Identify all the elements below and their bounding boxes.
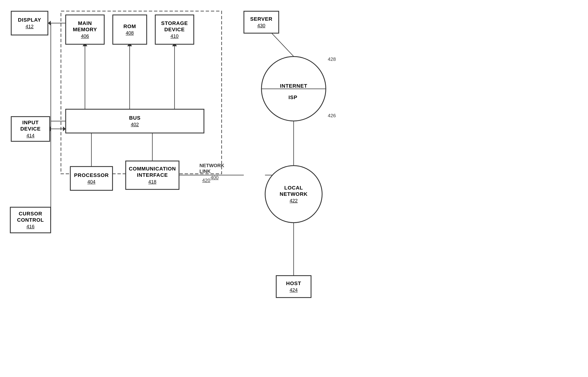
svg-line-39	[50, 121, 66, 129]
processor-box: PROCESSOR 404	[70, 166, 113, 190]
local-network-label: LOCALNETWORK	[280, 185, 308, 197]
server-number: 430	[257, 23, 265, 28]
system-box-label: 400	[211, 175, 219, 180]
input-device-number: 414	[26, 133, 34, 139]
network-link-number: 420	[202, 177, 210, 183]
comm-interface-label: COMMUNICATIONINTERFACE	[129, 166, 176, 178]
main-memory-box: MAINMEMORY 406	[66, 15, 104, 44]
cursor-control-label: CURSORCONTROL	[17, 211, 44, 223]
bus-number: 402	[131, 122, 139, 127]
comm-interface-number: 418	[148, 179, 156, 185]
svg-marker-16	[48, 21, 51, 25]
diagram: DISPLAY 412 INPUT DEVICE 414 CURSORCONTR…	[0, 0, 588, 377]
network-link-label: NETWORKLINK	[200, 163, 224, 174]
local-network-circle: LOCALNETWORK 422	[265, 165, 322, 223]
cursor-control-box: CURSORCONTROL 416	[10, 207, 51, 233]
ref-428: 428	[328, 56, 336, 62]
rom-box: ROM 408	[113, 15, 147, 44]
storage-device-box: STORAGEDEVICE 410	[155, 15, 194, 44]
main-memory-number: 406	[81, 33, 89, 39]
isp-label: ISP	[288, 94, 297, 101]
processor-number: 404	[87, 179, 95, 185]
host-box: HOST 424	[276, 275, 311, 298]
storage-device-number: 410	[170, 33, 178, 39]
bus-box: BUS 402	[66, 109, 204, 133]
circle-divider	[261, 89, 326, 89]
local-network-number: 422	[289, 198, 298, 204]
host-label: HOST	[286, 280, 301, 287]
display-number: 412	[25, 24, 33, 29]
input-device-box: INPUT DEVICE 414	[11, 117, 50, 141]
bus-label: BUS	[129, 115, 141, 121]
svg-marker-41	[63, 127, 66, 131]
cursor-control-number: 416	[26, 224, 34, 229]
processor-label: PROCESSOR	[74, 172, 109, 178]
host-number: 424	[289, 287, 298, 293]
main-memory-label: MAINMEMORY	[73, 20, 97, 33]
input-device-label: INPUT DEVICE	[12, 119, 49, 132]
display-box: DISPLAY 412	[11, 11, 48, 35]
comm-interface-box: COMMUNICATIONINTERFACE 418	[126, 161, 179, 189]
rom-number: 408	[126, 30, 134, 36]
internet-label: INTERNET	[280, 83, 307, 89]
ref-426: 426	[328, 113, 336, 118]
server-box: SERVER 430	[244, 11, 279, 33]
server-label: SERVER	[250, 16, 273, 22]
storage-device-label: STORAGEDEVICE	[161, 20, 188, 33]
display-label: DISPLAY	[18, 17, 41, 23]
rom-label: ROM	[123, 23, 136, 30]
